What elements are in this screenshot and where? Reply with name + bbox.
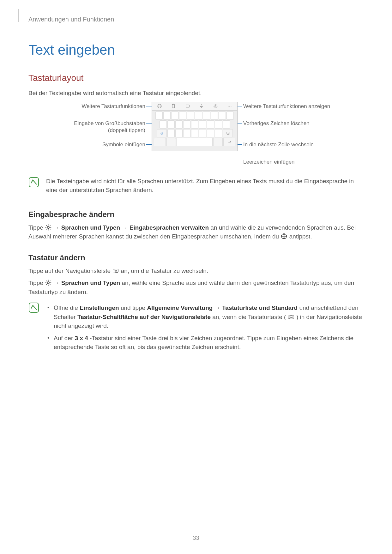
keyboard-image	[152, 102, 238, 151]
t: Tastatur-Schaltfläche auf der Navigation…	[77, 314, 211, 320]
emoji-icon	[157, 103, 162, 109]
t: antippst.	[289, 233, 312, 240]
t: Auf der	[54, 335, 75, 341]
t: Sprachen und Typen	[61, 280, 120, 286]
lead	[146, 106, 152, 106]
svg-point-25	[291, 316, 291, 317]
mic-icon	[199, 103, 204, 109]
section-tastaturlayout: Tastaturlayout	[28, 73, 364, 83]
backspace-key	[223, 129, 233, 137]
t: Allgemeine Verwaltung	[147, 304, 213, 311]
label-backspace: Vorheriges Zeichen löschen	[243, 120, 310, 127]
t: Einstellungen	[80, 304, 119, 311]
svg-rect-23	[288, 315, 294, 318]
keyboard-icon	[112, 267, 119, 274]
sub-eingabesprache: Eingabesprache ändern	[28, 210, 364, 219]
svg-point-17	[116, 270, 117, 271]
svg-point-15	[114, 270, 115, 271]
label-newline: In die nächste Zeile wechseln	[243, 141, 314, 148]
note2-bullet2: Auf der 3 x 4 -Tastatur sind einer Taste…	[52, 334, 364, 352]
svg-point-7	[215, 105, 216, 107]
svg-rect-6	[201, 104, 202, 107]
t: Tastaturliste und Standard	[222, 304, 298, 311]
svg-point-10	[231, 105, 231, 106]
note-icon	[28, 177, 39, 188]
sub2-p1: Tippe auf der Navigationsleiste an, um d…	[28, 267, 364, 276]
mode-icon	[185, 103, 190, 109]
header-marker	[18, 9, 19, 22]
page-number: 33	[0, 535, 392, 541]
space-key	[177, 138, 213, 146]
svg-point-20	[117, 271, 118, 272]
more-icon	[227, 103, 232, 109]
arrow: →	[214, 304, 222, 311]
t: Sprachen und Typen	[61, 224, 120, 231]
svg-point-1	[159, 105, 159, 106]
note1-text: Die Texteingabe wird nicht für alle Spra…	[46, 177, 364, 195]
svg-rect-5	[186, 105, 190, 107]
svg-point-18	[114, 271, 115, 272]
svg-rect-19	[115, 271, 117, 271]
sub2-p2: Tippe → Sprachen und Typen an, wähle ein…	[28, 279, 364, 297]
svg-point-0	[158, 104, 161, 108]
svg-rect-14	[113, 269, 118, 272]
globe-icon	[280, 233, 287, 240]
sub-tastatur-aendern: Tastatur ändern	[28, 253, 364, 262]
svg-rect-22	[29, 303, 39, 312]
svg-point-12	[47, 226, 49, 228]
svg-point-9	[229, 105, 230, 106]
svg-point-26	[292, 316, 292, 317]
label-caps: Eingabe von Großbuchstaben (doppelt tipp…	[28, 120, 145, 134]
svg-point-16	[115, 270, 116, 271]
arrow: →	[53, 280, 61, 286]
arrow: →	[122, 224, 129, 231]
label-more-functions: Weitere Tastaturfunktionen	[28, 103, 145, 110]
sub1-paragraph: Tippe → Sprachen und Typen → Eingabespra…	[28, 223, 364, 241]
svg-point-2	[160, 105, 161, 106]
keyboard-icon	[288, 313, 295, 320]
note-keyboard-button: Öffne die Einstellungen und tippe Allgem…	[28, 302, 364, 355]
svg-point-21	[47, 282, 49, 284]
t: 3 x 4	[75, 335, 88, 341]
lead	[193, 162, 242, 162]
t: Tippe auf der Navigationsleiste	[28, 268, 112, 274]
svg-point-29	[292, 317, 293, 318]
keyboard-diagram: Weitere Tastaturfunktionen Eingabe von G…	[28, 102, 364, 171]
t: und tippe	[121, 304, 147, 311]
svg-point-24	[289, 316, 290, 317]
t: Eingabesprachen verwalten	[130, 224, 209, 231]
arrow: →	[53, 224, 61, 231]
svg-point-8	[228, 105, 228, 106]
keyboard-toolbar	[152, 102, 237, 111]
note-icon	[28, 302, 39, 313]
settings-icon	[45, 279, 52, 286]
clipboard-icon	[171, 103, 176, 109]
enter-key	[223, 138, 235, 146]
label-more-show: Weitere Tastaturfunktionen anzeigen	[243, 103, 330, 110]
svg-rect-28	[290, 317, 292, 317]
symbols-key	[154, 138, 166, 146]
header-text: Anwendungen und Funktionen	[28, 16, 364, 23]
settings-icon	[45, 224, 52, 231]
settings-icon	[213, 103, 218, 109]
label-space: Leerzeichen einfügen	[243, 159, 295, 166]
t: Tippe	[28, 280, 45, 286]
note2-bullet1: Öffne die Einstellungen und tippe Allgem…	[52, 304, 364, 331]
section1-intro: Bei der Texteingabe wird automatisch ein…	[28, 89, 364, 98]
t: Öffne die	[54, 304, 80, 311]
page-title: Text eingeben	[28, 42, 364, 58]
label-symbols: Symbole einfügen	[28, 141, 145, 148]
svg-point-27	[289, 317, 290, 318]
t: Tippe	[28, 224, 45, 231]
shift-key	[157, 129, 167, 137]
t: an, um die Tastatur zu wechseln.	[121, 268, 208, 274]
note-language-support: Die Texteingabe wird nicht für alle Spra…	[28, 177, 364, 198]
t: an, wenn die Tastaturtaste (	[212, 314, 286, 320]
svg-rect-11	[29, 178, 39, 187]
t: -Tastatur sind einer Taste drei bis vier…	[54, 335, 353, 351]
